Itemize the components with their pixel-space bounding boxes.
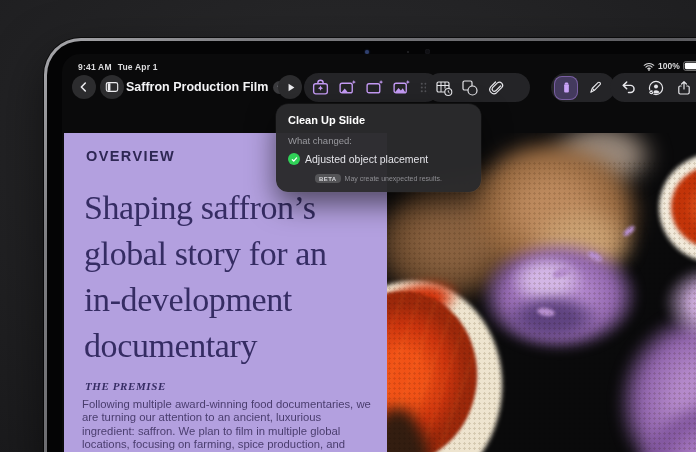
document-title[interactable]: Saffron Production Film	[126, 75, 286, 99]
popover-subtitle: What changed:	[288, 135, 469, 146]
pen-icon	[588, 80, 603, 95]
table-clock-icon	[435, 79, 453, 97]
image-sparkle-button[interactable]	[338, 78, 357, 97]
clean-up-slide-button[interactable]	[365, 78, 384, 97]
status-bar-left: 9:41 AMTue Apr 1	[78, 62, 164, 72]
photo-burlap-texture	[387, 161, 696, 452]
collaborate-person-icon	[647, 79, 665, 97]
camera-sensor-dot	[407, 51, 409, 53]
photo-sparkle-icon	[392, 78, 411, 97]
popover-beta-row: BETA May create unexpected results.	[288, 174, 469, 183]
draw-tools-group	[551, 73, 615, 102]
battery-icon	[683, 61, 696, 71]
headline-line: documentary	[84, 323, 327, 369]
clean-up-slide-popover: Clean Up Slide What changed: Adjusted ob…	[276, 104, 481, 192]
slide-eyebrow: OVERVIEW	[86, 148, 175, 164]
crayon-icon	[559, 80, 574, 95]
popover-change-label: Adjusted object placement	[305, 153, 428, 165]
beta-note: May create unexpected results.	[345, 175, 442, 182]
status-time: 9:41 AM	[78, 62, 112, 72]
slide-body-text: Following multiple award-winning food do…	[82, 398, 376, 452]
beta-badge: BETA	[315, 174, 341, 183]
clean-up-toolbox-button[interactable]	[311, 78, 330, 97]
undo-button[interactable]	[617, 77, 639, 99]
status-date: Tue Apr 1	[118, 62, 158, 72]
ipad-frame: 9:41 AMTue Apr 1 100%	[44, 38, 696, 452]
ai-tools-group	[304, 73, 440, 102]
headline-line: in-development	[84, 277, 327, 323]
ipad-bezel: 9:41 AMTue Apr 1 100%	[47, 41, 696, 452]
headline-line: global story for an	[84, 231, 327, 277]
back-button[interactable]	[72, 75, 96, 99]
shapes-icon	[461, 79, 479, 97]
toolbox-sparkle-icon	[311, 78, 330, 97]
attachment-button[interactable]	[487, 79, 505, 97]
slide-navigator-button[interactable]	[100, 75, 124, 99]
slide-section-label: THE PREMISE	[85, 380, 166, 392]
slide-headline: Shaping saffron’s global story for an in…	[84, 185, 327, 369]
share-button[interactable]	[673, 77, 695, 99]
checkmark-icon	[288, 153, 300, 165]
paperclip-icon	[487, 79, 505, 97]
undo-icon	[620, 79, 637, 96]
popover-change-row: Adjusted object placement	[288, 153, 469, 165]
slide-sparkle-icon	[365, 78, 384, 97]
photo-sparkle-button[interactable]	[392, 78, 411, 97]
status-bar-right: 100%	[643, 61, 696, 71]
shapes-button[interactable]	[461, 79, 479, 97]
wifi-icon	[643, 62, 655, 71]
chevron-left-icon	[77, 80, 91, 94]
backdrop: 9:41 AMTue Apr 1 100%	[0, 0, 696, 452]
battery-percent: 100%	[658, 61, 680, 71]
insert-tools-group	[426, 73, 530, 102]
crayon-tool-button[interactable]	[554, 76, 578, 100]
ipad-screen: 9:41 AMTue Apr 1 100%	[62, 54, 696, 452]
collaborate-button[interactable]	[645, 77, 667, 99]
popover-title: Clean Up Slide	[288, 114, 469, 126]
play-icon	[284, 81, 297, 94]
actions-group	[610, 73, 696, 102]
share-icon	[676, 80, 692, 96]
document-title-label: Saffron Production Film	[126, 80, 268, 94]
sidebar-icon	[105, 80, 119, 94]
table-chart-button[interactable]	[435, 79, 453, 97]
pen-tool-button[interactable]	[583, 76, 607, 100]
play-button[interactable]	[278, 75, 302, 99]
frame-sparkle-icon	[338, 78, 357, 97]
